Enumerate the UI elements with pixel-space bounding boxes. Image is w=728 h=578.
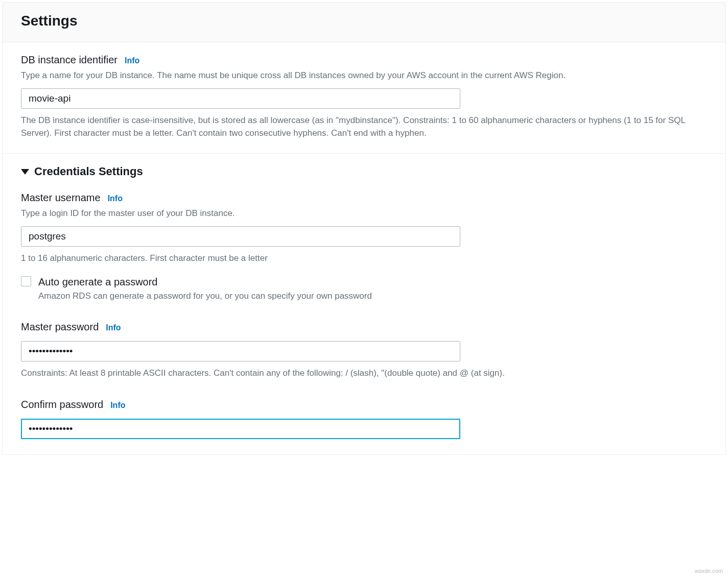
caret-down-icon — [21, 169, 29, 175]
settings-panel: Settings DB instance identifier Info Typ… — [2, 2, 726, 455]
db-identifier-input[interactable] — [21, 88, 460, 109]
autogen-password-description: Amazon RDS can generate a password for y… — [38, 290, 372, 302]
master-password-info-link[interactable]: Info — [106, 322, 121, 333]
autogen-password-label: Auto generate a password — [38, 275, 372, 289]
autogen-password-checkbox[interactable] — [21, 276, 31, 286]
db-identifier-label: DB instance identifier — [21, 53, 118, 67]
credentials-section: Credentials Settings Master username Inf… — [3, 153, 725, 454]
confirm-password-label: Confirm password — [21, 397, 103, 412]
db-identifier-description: Type a name for your DB instance. The na… — [21, 69, 707, 82]
db-identifier-info-link[interactable]: Info — [125, 55, 139, 66]
master-username-constraint: 1 to 16 alphanumeric characters. First c… — [21, 252, 707, 265]
master-username-info-link[interactable]: Info — [108, 193, 123, 204]
db-identifier-section: DB instance identifier Info Type a name … — [3, 42, 725, 153]
master-username-input[interactable] — [21, 226, 460, 247]
credentials-toggle[interactable]: Credentials Settings — [21, 164, 707, 180]
confirm-password-info-link[interactable]: Info — [110, 400, 125, 411]
master-username-field: Master username Info Type a login ID for… — [21, 190, 707, 302]
master-password-input[interactable] — [21, 341, 460, 362]
master-username-label: Master username — [21, 190, 101, 205]
panel-header: Settings — [3, 3, 725, 42]
db-identifier-constraint: The DB instance identifier is case-insen… — [21, 114, 707, 140]
master-username-description: Type a login ID for the master user of y… — [21, 207, 707, 220]
master-password-label: Master password — [21, 320, 99, 334]
master-password-field: Master password Info Constraints: At lea… — [21, 320, 707, 380]
confirm-password-field: Confirm password Info — [21, 397, 707, 439]
master-password-constraint: Constraints: At least 8 printable ASCII … — [21, 367, 707, 380]
confirm-password-input[interactable] — [21, 419, 460, 439]
panel-title: Settings — [21, 11, 707, 31]
credentials-title: Credentials Settings — [34, 164, 143, 180]
autogen-password-row: Auto generate a password Amazon RDS can … — [21, 275, 707, 302]
